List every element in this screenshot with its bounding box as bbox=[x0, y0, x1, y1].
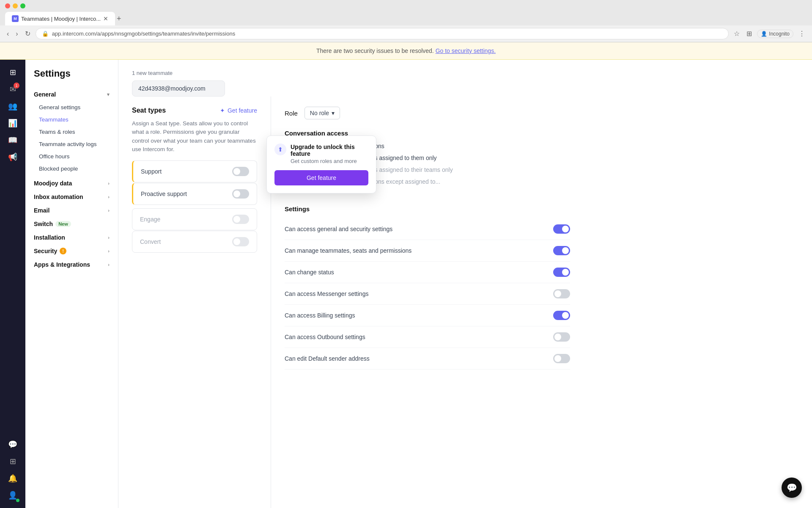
new-tab-button[interactable]: + bbox=[117, 14, 121, 23]
nav-security[interactable]: Security ! › bbox=[25, 244, 118, 258]
tooltip-header: ⬆ Upgrade to unlock this feature Get cus… bbox=[274, 144, 368, 164]
nav-office-hours[interactable]: Office hours bbox=[25, 150, 118, 163]
toggle-change-status[interactable] bbox=[553, 268, 570, 277]
settings-row-outbound: Can access Outbound settings bbox=[285, 326, 570, 348]
forward-button[interactable]: › bbox=[14, 28, 19, 39]
nav-section-general: General ▾ General settings Teammates Tea… bbox=[25, 88, 118, 175]
chevron-right-icon-3: › bbox=[108, 208, 110, 213]
nav-switch[interactable]: Switch New bbox=[25, 217, 118, 231]
reload-button[interactable]: ↻ bbox=[23, 28, 32, 39]
bookmark-button[interactable]: ☆ bbox=[732, 28, 741, 39]
settings-row-general-security-label: Can access general and security settings bbox=[285, 226, 392, 232]
inbox-badge: 1 bbox=[14, 83, 19, 88]
nav-general-settings[interactable]: General settings bbox=[25, 101, 118, 113]
bell-icon: 🔔 bbox=[8, 474, 17, 483]
upgrade-tooltip: ⬆ Upgrade to unlock this feature Get cus… bbox=[266, 135, 376, 193]
browser-toolbar: ‹ › ↻ 🔒 app.intercom.com/a/apps/nnsgmgob… bbox=[0, 25, 812, 42]
settings-sidebar: Settings General ▾ General settings Team… bbox=[25, 60, 118, 508]
sidebar-icon-avatar[interactable]: 👤 bbox=[5, 488, 20, 503]
nav-teammate-activity[interactable]: Teammate activity logs bbox=[25, 138, 118, 150]
upgrade-icon: ⬆ bbox=[274, 144, 286, 155]
tab-bar: M Teammates | Moodjoy | Interco... ✕ + bbox=[0, 12, 812, 25]
security-banner: There are two security issues to be reso… bbox=[0, 42, 812, 60]
tooltip-subtitle: Get custom roles and more bbox=[291, 158, 368, 164]
nav-email[interactable]: Email › bbox=[25, 204, 118, 217]
tooltip-title: Upgrade to unlock this feature bbox=[291, 144, 368, 157]
incognito-badge: 👤 Incognito bbox=[757, 30, 793, 38]
role-row: Role No role ▾ bbox=[285, 107, 570, 119]
browser-window-controls bbox=[5, 3, 25, 8]
nav-teams-roles[interactable]: Teams & roles bbox=[25, 126, 118, 138]
tab-close-button[interactable]: ✕ bbox=[103, 15, 108, 22]
tooltip-get-feature-button[interactable]: Get feature bbox=[274, 170, 368, 185]
browser-toolbar-icons: ☆ ⊞ 👤 Incognito ⋮ bbox=[732, 28, 807, 39]
toggle-manage-teammates[interactable] bbox=[553, 246, 570, 255]
minimize-window-button[interactable] bbox=[13, 3, 18, 8]
seat-convert-label: Convert bbox=[140, 238, 161, 245]
settings-row-messenger-label: Can access Messenger settings bbox=[285, 290, 368, 297]
sidebar-icon-chat[interactable]: 💬 bbox=[5, 437, 20, 452]
menu-button[interactable]: ⋮ bbox=[797, 28, 807, 39]
nav-blocked-people-label: Blocked people bbox=[39, 166, 78, 172]
arrow-up-icon: ⬆ bbox=[278, 146, 283, 153]
convert-toggle[interactable] bbox=[232, 237, 249, 246]
nav-installation[interactable]: Installation › bbox=[25, 231, 118, 244]
nav-office-hours-label: Office hours bbox=[39, 153, 70, 160]
reports-icon: 📊 bbox=[8, 119, 17, 128]
role-select[interactable]: No role ▾ bbox=[304, 107, 340, 119]
get-feature-button[interactable]: ✦ Get feature bbox=[220, 107, 257, 114]
settings-title: Settings bbox=[25, 68, 118, 88]
nav-inbox-automation[interactable]: Inbox automation › bbox=[25, 190, 118, 204]
nav-inbox-automation-label: Inbox automation bbox=[34, 193, 83, 200]
browser-chrome: M Teammates | Moodjoy | Interco... ✕ + ‹… bbox=[0, 0, 812, 42]
engage-toggle[interactable] bbox=[232, 215, 249, 224]
toggle-sender-address[interactable] bbox=[553, 354, 570, 363]
toggle-outbound[interactable] bbox=[553, 332, 570, 342]
sidebar-icon-knowledge[interactable]: 📖 bbox=[5, 133, 20, 148]
toggle-billing[interactable] bbox=[553, 311, 570, 320]
sidebar-icon-outbound[interactable]: 📢 bbox=[5, 149, 20, 165]
seat-proactive-label: Proactive support bbox=[141, 190, 187, 197]
nav-teams-roles-label: Teams & roles bbox=[39, 129, 75, 135]
seat-item-proactive: Proactive support bbox=[132, 183, 257, 205]
nav-apps-integrations[interactable]: Apps & Integrations › bbox=[25, 258, 118, 271]
toggle-general-security[interactable] bbox=[553, 224, 570, 234]
settings-row-outbound-label: Can access Outbound settings bbox=[285, 334, 365, 340]
app-layout: ⊞ ✉ 1 👥 📊 📖 📢 💬 ⊞ 🔔 👤 bbox=[0, 60, 812, 508]
seat-item-engage: Engage bbox=[132, 208, 257, 230]
sidebar-icon-notifications[interactable]: 🔔 bbox=[5, 471, 20, 486]
nav-blocked-people[interactable]: Blocked people bbox=[25, 163, 118, 175]
avatar-status-dot bbox=[16, 499, 19, 502]
nav-teammates[interactable]: Teammates bbox=[25, 113, 118, 126]
home-icon: ⊞ bbox=[10, 68, 16, 77]
sidebar-icon-grid[interactable]: ⊞ bbox=[5, 454, 20, 469]
support-toggle[interactable] bbox=[232, 167, 249, 176]
role-label: Role bbox=[285, 110, 298, 117]
sidebar-icon-inbox[interactable]: ✉ 1 bbox=[5, 82, 20, 97]
tab-favicon: M bbox=[12, 15, 19, 22]
nav-moodjoy-data-label: Moodjoy data bbox=[34, 180, 72, 187]
maximize-window-button[interactable] bbox=[20, 3, 25, 8]
settings-row-change-status-label: Can change status bbox=[285, 269, 334, 276]
email-display: 42d43938@moodjoy.com bbox=[132, 80, 225, 97]
extensions-button[interactable]: ⊞ bbox=[745, 28, 754, 39]
nav-general[interactable]: General ▾ bbox=[25, 88, 118, 101]
seat-types-header-row: Seat types ✦ Get feature bbox=[132, 107, 257, 114]
sidebar-icon-reports[interactable]: 📊 bbox=[5, 116, 20, 131]
active-tab[interactable]: M Teammates | Moodjoy | Interco... ✕ bbox=[5, 12, 115, 25]
nav-email-label: Email bbox=[34, 207, 49, 214]
back-button[interactable]: ‹ bbox=[5, 28, 11, 39]
sidebar-icon-contacts[interactable]: 👥 bbox=[5, 99, 20, 114]
address-bar[interactable]: 🔒 app.intercom.com/a/apps/nnsgmgob/setti… bbox=[36, 28, 729, 39]
seat-types-description: Assign a Seat type. Seats allow you to c… bbox=[132, 119, 257, 154]
nav-moodjoy-data[interactable]: Moodjoy data › bbox=[25, 177, 118, 190]
knowledge-icon: 📖 bbox=[8, 135, 17, 145]
sidebar-icon-home[interactable]: ⊞ bbox=[5, 65, 20, 80]
proactive-toggle[interactable] bbox=[232, 189, 249, 199]
settings-row-sender-address: Can edit Default sender address bbox=[285, 348, 570, 370]
toggle-messenger[interactable] bbox=[553, 289, 570, 298]
security-settings-link[interactable]: Go to security settings. bbox=[436, 47, 496, 54]
chat-widget-button[interactable]: 💬 bbox=[782, 478, 802, 498]
settings-row-manage-teammates: Can manage teammates, seats and permissi… bbox=[285, 240, 570, 262]
close-window-button[interactable] bbox=[5, 3, 10, 8]
